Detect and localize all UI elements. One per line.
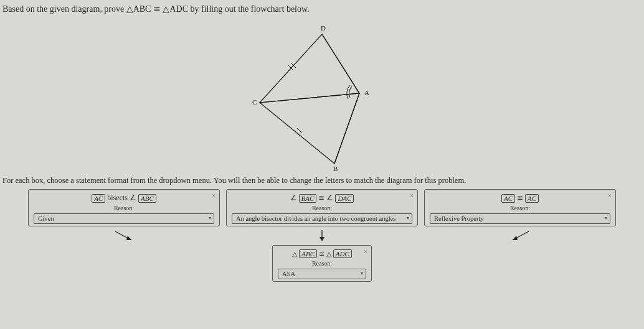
flowchart: × AC bisects ∠ ABC Reason: Given × ∠ BAC…: [0, 189, 644, 282]
proof-box-3: × AC ≅ AC Reason: Reflexive Property: [424, 189, 616, 226]
svg-marker-13: [513, 236, 518, 240]
box1-reason-select[interactable]: Given: [34, 213, 214, 224]
box4-statement[interactable]: △ ABC ≅ △ ADC: [278, 249, 366, 258]
box3-cong: ≅: [517, 193, 523, 203]
prompt-cong: ≅: [153, 4, 163, 14]
box4-pre: △: [292, 250, 297, 258]
problem-prompt: Based on the given diagram, prove △ABC ≅…: [0, 0, 644, 19]
box1-mid: bisects ∠: [107, 193, 136, 203]
prompt-tri-2: △ADC: [163, 4, 188, 14]
flow-instruction: For each box, choose a statement format …: [0, 176, 644, 189]
close-icon[interactable]: ×: [608, 192, 612, 199]
proof-box-1: × AC bisects ∠ ABC Reason: Given: [28, 189, 220, 226]
label-c: C: [252, 98, 257, 106]
box3-statement[interactable]: AC ≅ AC: [430, 193, 610, 203]
box4-cong: ≅ △: [319, 250, 331, 258]
svg-marker-11: [320, 237, 324, 241]
box3-reason-label: Reason:: [430, 205, 610, 211]
box2-cong: ≅ ∠: [318, 193, 333, 203]
arrow-2-to-4: [316, 229, 328, 243]
flow-col-1: × AC bisects ∠ ABC Reason: Given: [28, 189, 220, 246]
diagram-svg: D A C B: [222, 22, 422, 171]
box3-right[interactable]: AC: [525, 194, 539, 203]
box3-reason-select[interactable]: Reflexive Property: [430, 213, 610, 224]
prompt-tri-1: △ABC: [126, 4, 151, 14]
prompt-prefix: Based on the given diagram, prove: [2, 4, 126, 14]
label-d: D: [321, 24, 326, 32]
box2-pre: ∠: [290, 193, 297, 203]
box1-reason-label: Reason:: [34, 205, 214, 211]
box4-reason-select[interactable]: ASA: [278, 269, 366, 279]
box2-reason-label: Reason:: [232, 205, 412, 211]
close-icon[interactable]: ×: [212, 192, 215, 199]
box1-angle[interactable]: ABC: [138, 194, 156, 203]
box1-segment[interactable]: AC: [92, 194, 105, 203]
proof-box-2: × ∠ BAC ≅ ∠ DAC Reason: An angle bisecto…: [226, 189, 418, 226]
flow-col-2: × ∠ BAC ≅ ∠ DAC Reason: An angle bisecto…: [226, 189, 418, 282]
box4-reason-label: Reason:: [278, 260, 366, 267]
svg-line-7: [297, 128, 302, 133]
arrow-3-to-4: [508, 229, 533, 244]
box4-right[interactable]: ADC: [333, 249, 352, 258]
flow-col-3: × AC ≅ AC Reason: Reflexive Property: [424, 189, 616, 246]
geometry-diagram: D A C B: [0, 22, 644, 171]
prompt-suffix: by filling out the flowchart below.: [191, 4, 310, 14]
box4-left[interactable]: ABC: [299, 249, 317, 258]
close-icon[interactable]: ×: [364, 248, 367, 255]
svg-marker-9: [126, 236, 131, 240]
svg-line-3: [334, 93, 359, 164]
close-icon[interactable]: ×: [410, 192, 414, 199]
box2-statement[interactable]: ∠ BAC ≅ ∠ DAC: [232, 193, 412, 203]
svg-line-6: [295, 131, 300, 136]
arrow-1-to-4: [111, 229, 136, 244]
label-b: B: [333, 165, 338, 171]
svg-line-2: [322, 34, 359, 93]
box3-left[interactable]: AC: [501, 194, 515, 203]
svg-marker-1: [260, 93, 359, 164]
proof-box-4: × △ ABC ≅ △ ADC Reason: ASA: [272, 245, 372, 282]
box1-statement[interactable]: AC bisects ∠ ABC: [34, 193, 214, 203]
label-a: A: [364, 89, 369, 96]
box2-reason-select[interactable]: An angle bisector divides an angle into …: [232, 213, 412, 224]
svg-marker-0: [260, 34, 359, 103]
box2-left[interactable]: BAC: [299, 194, 317, 203]
box2-right[interactable]: DAC: [335, 194, 354, 203]
